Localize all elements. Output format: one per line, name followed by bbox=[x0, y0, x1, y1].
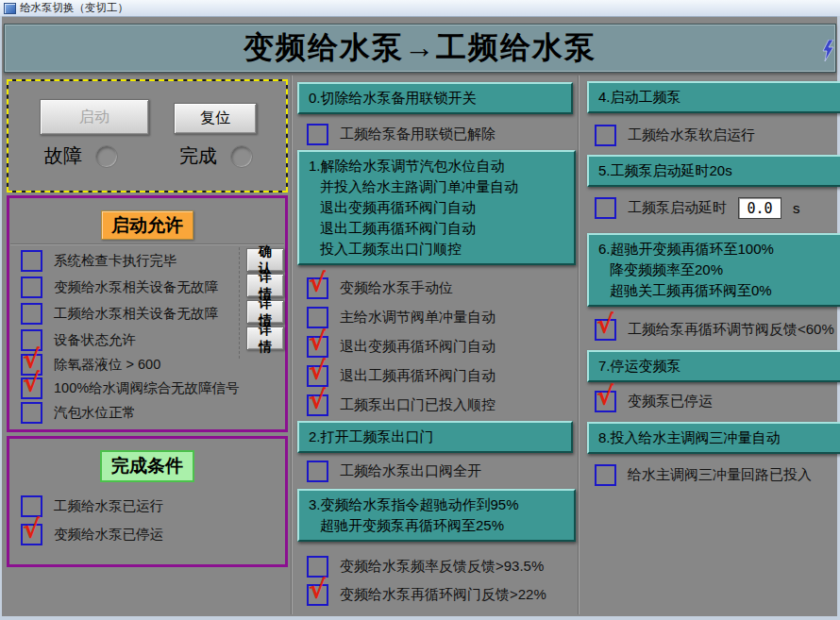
step-text: 超驰关工频再循环阀至0% bbox=[598, 280, 840, 301]
checkbox[interactable] bbox=[595, 464, 616, 486]
step-text: 并投入给水主路调门单冲量自动 bbox=[309, 176, 568, 197]
checkbox-label: 变频给水泵手动位 bbox=[340, 279, 453, 297]
step-text: 降变频频率至20% bbox=[598, 260, 840, 280]
check-mark: √ bbox=[23, 370, 40, 395]
window-frame-bottom bbox=[0, 616, 840, 620]
checkbox[interactable] bbox=[21, 276, 42, 298]
check-mark: √ bbox=[309, 577, 326, 602]
checkbox-label: 变频给水泵相关设备无故障 bbox=[54, 278, 218, 296]
checkbox[interactable]: √ bbox=[307, 394, 328, 416]
step-1-feedback: √ 退出变频再循环阀门自动 bbox=[307, 336, 496, 358]
step-7-heading: 7.停运变频泵 bbox=[587, 350, 840, 382]
step-text: 退出变频再循环阀门自动 bbox=[309, 197, 568, 218]
checkbox[interactable]: √ bbox=[307, 584, 328, 606]
fault-label: 故障 bbox=[44, 143, 82, 169]
checkbox-label: 工频给水泵已运行 bbox=[54, 497, 163, 515]
check-mark: √ bbox=[23, 516, 40, 542]
window-title: 给水泵切换（变切工） bbox=[20, 1, 128, 15]
checkbox[interactable]: √ bbox=[307, 365, 328, 387]
detail-button[interactable]: 详情 bbox=[246, 327, 284, 350]
start-button[interactable]: 启动 bbox=[40, 99, 149, 135]
check-mark: √ bbox=[596, 383, 613, 409]
reset-button[interactable]: 复位 bbox=[174, 103, 257, 134]
page-title: 变频给水泵→工频给水泵 bbox=[244, 27, 596, 69]
step-text: 1.解除给水泵调节汽包水位自动 bbox=[309, 156, 568, 176]
column-divider bbox=[291, 75, 293, 614]
complete-condition-panel: 完成条件 工频给水泵已运行 √ 变频给水泵已停运 bbox=[7, 436, 288, 567]
checkbox[interactable] bbox=[307, 124, 328, 145]
step-1-feedback: √ 退出工频再循环阀门自动 bbox=[307, 365, 496, 387]
checkbox-label: 工频给水泵软启运行 bbox=[628, 126, 755, 144]
step-4-feedback: 工频给水泵软启运行 bbox=[595, 125, 755, 146]
checkbox-label: 设备状态允许 bbox=[54, 331, 136, 349]
start-permit-title: 启动允许 bbox=[101, 210, 193, 240]
check-mark: √ bbox=[309, 387, 326, 412]
checkbox-label: 工频泵出口门已投入顺控 bbox=[340, 396, 496, 414]
checkbox-label: 工频给水泵相关设备无故障 bbox=[54, 305, 218, 323]
delay-unit-label: s bbox=[793, 200, 800, 216]
checkbox-label: 工频给泵备用联锁已解除 bbox=[340, 126, 496, 143]
permit-row: √ 除氧器液位 > 600 bbox=[21, 354, 160, 376]
step-text: 6.超驰开变频再循环至100% bbox=[598, 239, 840, 260]
checkbox-label: 变频给水泵频率反馈反馈>93.5% bbox=[340, 558, 544, 576]
step-1-feedback: 主给水调节阀单冲量自动 bbox=[307, 307, 496, 328]
checkbox-label: 给水主调阀三冲量回路已投入 bbox=[628, 466, 812, 484]
step-1-heading: 1.解除给水泵调节汽包水位自动 并投入给水主路调门单冲量自动 退出变频再循环阀门… bbox=[297, 150, 576, 265]
checkbox-label: 系统检查卡执行完毕 bbox=[54, 252, 177, 270]
checkbox-label: 变频给水泵已停运 bbox=[54, 526, 163, 544]
checkbox[interactable] bbox=[21, 250, 42, 272]
done-indicator-row: 完成 bbox=[179, 143, 253, 169]
checkbox[interactable] bbox=[595, 197, 616, 219]
step-5-heading: 5.工频泵启动延时20s bbox=[587, 155, 840, 187]
step-text: 5.工频泵启动延时20s bbox=[598, 160, 840, 181]
step-6-feedback: √ 工频给泵再循环调节阀反馈<60% bbox=[595, 319, 834, 341]
permit-row: 汽包水位正常 bbox=[21, 402, 136, 424]
check-mark: √ bbox=[596, 311, 613, 337]
checkbox-label: 除氧器液位 > 600 bbox=[54, 356, 160, 374]
checkbox[interactable]: √ bbox=[595, 391, 616, 412]
title-bar: 给水泵切换（变切工） bbox=[0, 0, 840, 17]
window-icon bbox=[4, 3, 16, 14]
step-0-feedback: 工频给泵备用联锁已解除 bbox=[307, 124, 496, 145]
checkbox-label: 汽包水位正常 bbox=[54, 404, 136, 422]
checkbox[interactable]: √ bbox=[21, 377, 42, 399]
detail-button[interactable]: 详情 bbox=[246, 300, 284, 324]
step-text: 2.打开工频泵出口门 bbox=[309, 427, 565, 447]
checkbox[interactable]: √ bbox=[307, 336, 328, 358]
checkbox-label: 变频泵已停运 bbox=[628, 393, 713, 411]
checkbox[interactable]: √ bbox=[595, 319, 616, 341]
checkbox-label: 退出工频再循环阀门自动 bbox=[340, 367, 496, 385]
step-1-feedback: √ 变频给水泵手动位 bbox=[307, 277, 453, 299]
detail-button[interactable]: 详情 bbox=[246, 274, 284, 297]
checkbox[interactable] bbox=[21, 402, 42, 424]
permit-row: 系统检查卡执行完毕 bbox=[21, 250, 177, 272]
step-text: 退出工频再循环阀门自动 bbox=[309, 218, 568, 239]
checkbox[interactable]: √ bbox=[21, 524, 42, 545]
window-frame-left bbox=[0, 16, 2, 620]
step-2-heading: 2.打开工频泵出口门 bbox=[297, 421, 573, 453]
condition-row: 工频给水泵已运行 bbox=[21, 495, 163, 517]
app-window: 给水泵切换（变切工） 变频给水泵→工频给水泵 启动 复位 故障 完成 启动允许 … bbox=[0, 0, 840, 620]
checkbox[interactable] bbox=[307, 307, 328, 328]
condition-row: √ 变频给水泵已停运 bbox=[21, 524, 163, 545]
checkbox-label: 工频泵启动延时 bbox=[628, 199, 727, 217]
step-text: 8.投入给水主调阀三冲量自动 bbox=[598, 427, 840, 448]
step-3-feedback: 变频给水泵频率反馈反馈>93.5% bbox=[307, 556, 544, 578]
step-text: 7.停运变频泵 bbox=[598, 356, 840, 377]
checkbox[interactable] bbox=[595, 125, 616, 146]
checkbox[interactable] bbox=[307, 461, 328, 482]
checkbox-label: 工频给泵再循环调节阀反馈<60% bbox=[628, 321, 834, 339]
check-mark: √ bbox=[309, 328, 326, 354]
step-0-heading: 0.切除给水泵备用联锁开关 bbox=[297, 82, 573, 114]
fault-lamp-icon bbox=[95, 145, 118, 168]
checkbox[interactable]: √ bbox=[307, 277, 328, 299]
step-text: 0.切除给水泵备用联锁开关 bbox=[309, 88, 565, 109]
permit-row: √ 100%给水调阀综合无故障信号 bbox=[21, 377, 240, 399]
control-panel: 启动 复位 故障 完成 bbox=[7, 79, 288, 193]
step-6-heading: 6.超驰开变频再循环至100% 降变频频率至20% 超驰关工频再循环阀至0% bbox=[587, 233, 840, 307]
step-text: 4.启动工频泵 bbox=[598, 87, 840, 108]
checkbox-label: 100%给水调阀综合无故障信号 bbox=[54, 379, 240, 397]
checkbox[interactable] bbox=[21, 303, 42, 325]
delay-time-input[interactable] bbox=[738, 197, 781, 219]
step-text: 3.变频给水泵指令超驰动作到95% bbox=[309, 494, 568, 515]
